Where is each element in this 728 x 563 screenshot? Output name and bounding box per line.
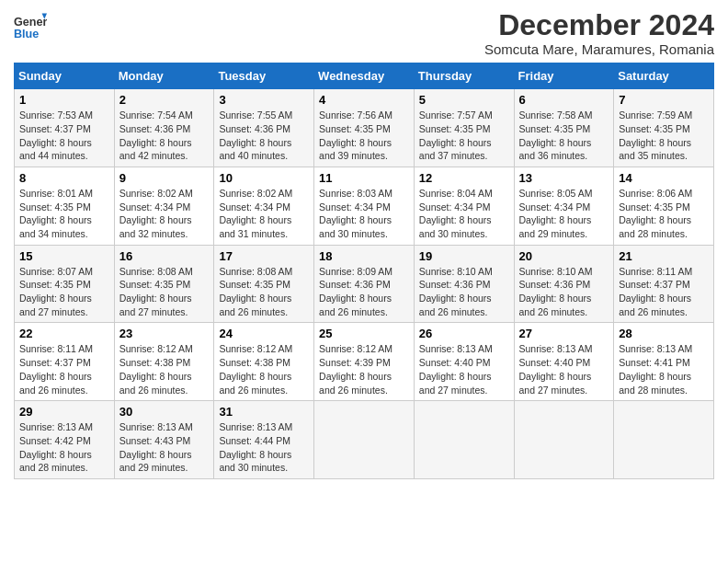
sunset-label: Sunset: 4:40 PM bbox=[419, 357, 491, 368]
subtitle: Somcuta Mare, Maramures, Romania bbox=[484, 41, 714, 57]
day-cell-20: 20 Sunrise: 8:10 AM Sunset: 4:36 PM Dayl… bbox=[514, 245, 614, 323]
sunrise-label: Sunrise: 7:58 AM bbox=[519, 109, 593, 121]
day-info: Sunrise: 8:12 AM Sunset: 4:38 PM Dayligh… bbox=[119, 342, 210, 396]
daylight-label: Daylight: 8 hours and 27 minutes. bbox=[519, 371, 592, 396]
day-info: Sunrise: 8:13 AM Sunset: 4:42 PM Dayligh… bbox=[19, 420, 109, 475]
day-number: 5 bbox=[419, 93, 509, 107]
sunset-label: Sunset: 4:35 PM bbox=[519, 123, 591, 134]
day-info: Sunrise: 8:08 AM Sunset: 4:35 PM Dayligh… bbox=[119, 265, 210, 319]
header: General Blue December 2024 Somcuta Mare,… bbox=[14, 9, 714, 57]
empty-cell bbox=[614, 401, 714, 479]
daylight-label: Daylight: 8 hours and 31 minutes. bbox=[219, 214, 291, 239]
day-cell-25: 25 Sunrise: 8:12 AM Sunset: 4:39 PM Dayl… bbox=[314, 323, 415, 401]
sunset-label: Sunset: 4:36 PM bbox=[119, 123, 191, 134]
day-number: 11 bbox=[319, 171, 409, 185]
sunrise-label: Sunrise: 8:13 AM bbox=[619, 343, 692, 354]
day-info: Sunrise: 8:11 AM Sunset: 4:37 PM Dayligh… bbox=[19, 342, 109, 396]
daylight-label: Daylight: 8 hours and 26 minutes. bbox=[319, 293, 392, 317]
day-info: Sunrise: 7:53 AM Sunset: 4:37 PM Dayligh… bbox=[19, 109, 109, 163]
sunset-label: Sunset: 4:35 PM bbox=[119, 279, 191, 290]
weekday-header-sunday: Sunday bbox=[15, 63, 115, 89]
week-row-5: 29 Sunrise: 8:13 AM Sunset: 4:42 PM Dayl… bbox=[15, 401, 714, 479]
sunrise-label: Sunrise: 7:54 AM bbox=[119, 109, 193, 121]
day-info: Sunrise: 8:04 AM Sunset: 4:34 PM Dayligh… bbox=[419, 187, 509, 241]
sunset-label: Sunset: 4:41 PM bbox=[619, 357, 690, 368]
daylight-label: Daylight: 8 hours and 30 minutes. bbox=[319, 214, 392, 239]
day-number: 3 bbox=[219, 93, 309, 107]
day-number: 31 bbox=[219, 405, 309, 419]
day-number: 6 bbox=[519, 93, 609, 107]
day-number: 14 bbox=[619, 171, 709, 185]
sunrise-label: Sunrise: 7:57 AM bbox=[419, 109, 493, 121]
day-cell-1: 1 Sunrise: 7:53 AM Sunset: 4:37 PM Dayli… bbox=[15, 89, 115, 167]
day-info: Sunrise: 8:03 AM Sunset: 4:34 PM Dayligh… bbox=[319, 187, 409, 241]
sunset-label: Sunset: 4:37 PM bbox=[19, 123, 91, 134]
day-cell-8: 8 Sunrise: 8:01 AM Sunset: 4:35 PM Dayli… bbox=[15, 167, 115, 245]
daylight-label: Daylight: 8 hours and 29 minutes. bbox=[119, 449, 192, 474]
sunrise-label: Sunrise: 8:11 AM bbox=[619, 266, 692, 277]
day-info: Sunrise: 8:07 AM Sunset: 4:35 PM Dayligh… bbox=[19, 265, 109, 319]
day-number: 18 bbox=[319, 249, 409, 263]
day-cell-21: 21 Sunrise: 8:11 AM Sunset: 4:37 PM Dayl… bbox=[614, 245, 714, 323]
day-info: Sunrise: 8:05 AM Sunset: 4:34 PM Dayligh… bbox=[519, 187, 609, 241]
day-number: 30 bbox=[119, 405, 210, 419]
sunrise-label: Sunrise: 8:13 AM bbox=[519, 343, 593, 354]
sunrise-label: Sunrise: 8:02 AM bbox=[119, 188, 193, 199]
week-row-1: 1 Sunrise: 7:53 AM Sunset: 4:37 PM Dayli… bbox=[15, 89, 714, 167]
day-info: Sunrise: 8:12 AM Sunset: 4:39 PM Dayligh… bbox=[319, 342, 409, 396]
sunset-label: Sunset: 4:34 PM bbox=[119, 201, 191, 213]
sunrise-label: Sunrise: 8:02 AM bbox=[219, 188, 292, 199]
sunrise-label: Sunrise: 8:05 AM bbox=[519, 188, 593, 199]
day-info: Sunrise: 8:02 AM Sunset: 4:34 PM Dayligh… bbox=[119, 187, 210, 241]
day-number: 4 bbox=[319, 93, 409, 107]
sunset-label: Sunset: 4:38 PM bbox=[119, 357, 191, 368]
day-number: 25 bbox=[319, 327, 409, 340]
sunset-label: Sunset: 4:40 PM bbox=[519, 357, 591, 368]
sunrise-label: Sunrise: 8:10 AM bbox=[519, 266, 593, 277]
daylight-label: Daylight: 8 hours and 30 minutes. bbox=[419, 214, 492, 239]
daylight-label: Daylight: 8 hours and 42 minutes. bbox=[119, 137, 192, 162]
day-number: 26 bbox=[419, 327, 509, 340]
day-cell-29: 29 Sunrise: 8:13 AM Sunset: 4:42 PM Dayl… bbox=[15, 401, 115, 479]
daylight-label: Daylight: 8 hours and 28 minutes. bbox=[619, 371, 691, 396]
day-info: Sunrise: 8:10 AM Sunset: 4:36 PM Dayligh… bbox=[519, 265, 609, 319]
day-cell-11: 11 Sunrise: 8:03 AM Sunset: 4:34 PM Dayl… bbox=[314, 167, 415, 245]
day-number: 24 bbox=[219, 327, 309, 340]
day-info: Sunrise: 8:11 AM Sunset: 4:37 PM Dayligh… bbox=[619, 265, 709, 319]
sunrise-label: Sunrise: 8:13 AM bbox=[419, 343, 493, 354]
day-info: Sunrise: 7:55 AM Sunset: 4:36 PM Dayligh… bbox=[219, 109, 309, 163]
sunset-label: Sunset: 4:42 PM bbox=[19, 435, 91, 446]
empty-cell bbox=[414, 401, 514, 479]
day-info: Sunrise: 7:56 AM Sunset: 4:35 PM Dayligh… bbox=[319, 109, 409, 163]
day-info: Sunrise: 8:06 AM Sunset: 4:35 PM Dayligh… bbox=[619, 187, 709, 241]
daylight-label: Daylight: 8 hours and 26 minutes. bbox=[319, 371, 392, 396]
day-number: 21 bbox=[619, 249, 709, 263]
day-info: Sunrise: 8:13 AM Sunset: 4:41 PM Dayligh… bbox=[619, 342, 709, 396]
sunrise-label: Sunrise: 8:09 AM bbox=[319, 266, 392, 277]
sunrise-label: Sunrise: 7:59 AM bbox=[619, 109, 692, 121]
daylight-label: Daylight: 8 hours and 26 minutes. bbox=[219, 371, 291, 396]
sunset-label: Sunset: 4:36 PM bbox=[419, 279, 491, 290]
day-cell-10: 10 Sunrise: 8:02 AM Sunset: 4:34 PM Dayl… bbox=[214, 167, 314, 245]
daylight-label: Daylight: 8 hours and 36 minutes. bbox=[519, 137, 592, 162]
daylight-label: Daylight: 8 hours and 35 minutes. bbox=[619, 137, 691, 162]
weekday-header-saturday: Saturday bbox=[614, 63, 714, 89]
day-cell-28: 28 Sunrise: 8:13 AM Sunset: 4:41 PM Dayl… bbox=[614, 323, 714, 401]
day-info: Sunrise: 7:57 AM Sunset: 4:35 PM Dayligh… bbox=[419, 109, 509, 163]
day-number: 29 bbox=[19, 405, 109, 419]
weekday-header-thursday: Thursday bbox=[414, 63, 514, 89]
weekday-header-tuesday: Tuesday bbox=[214, 63, 314, 89]
day-number: 10 bbox=[219, 171, 309, 185]
daylight-label: Daylight: 8 hours and 27 minutes. bbox=[19, 293, 92, 317]
sunset-label: Sunset: 4:43 PM bbox=[119, 435, 191, 446]
day-number: 2 bbox=[119, 93, 210, 107]
daylight-label: Daylight: 8 hours and 30 minutes. bbox=[219, 449, 291, 474]
day-cell-18: 18 Sunrise: 8:09 AM Sunset: 4:36 PM Dayl… bbox=[314, 245, 415, 323]
sunrise-label: Sunrise: 7:53 AM bbox=[19, 109, 93, 121]
day-cell-31: 31 Sunrise: 8:13 AM Sunset: 4:44 PM Dayl… bbox=[214, 401, 314, 479]
sunset-label: Sunset: 4:35 PM bbox=[19, 279, 91, 290]
day-number: 20 bbox=[519, 249, 609, 263]
sunset-label: Sunset: 4:35 PM bbox=[319, 123, 391, 134]
sunrise-label: Sunrise: 8:13 AM bbox=[19, 421, 93, 432]
day-cell-6: 6 Sunrise: 7:58 AM Sunset: 4:35 PM Dayli… bbox=[514, 89, 614, 167]
